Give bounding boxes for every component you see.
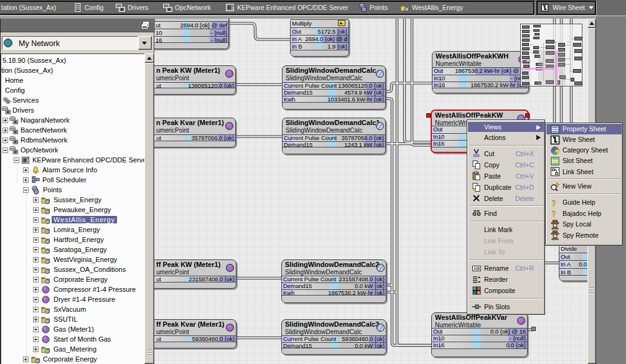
svg-text:AB: AB bbox=[474, 266, 479, 271]
svg-text:?: ? bbox=[552, 209, 557, 219]
svg-text:?: ? bbox=[552, 198, 557, 208]
